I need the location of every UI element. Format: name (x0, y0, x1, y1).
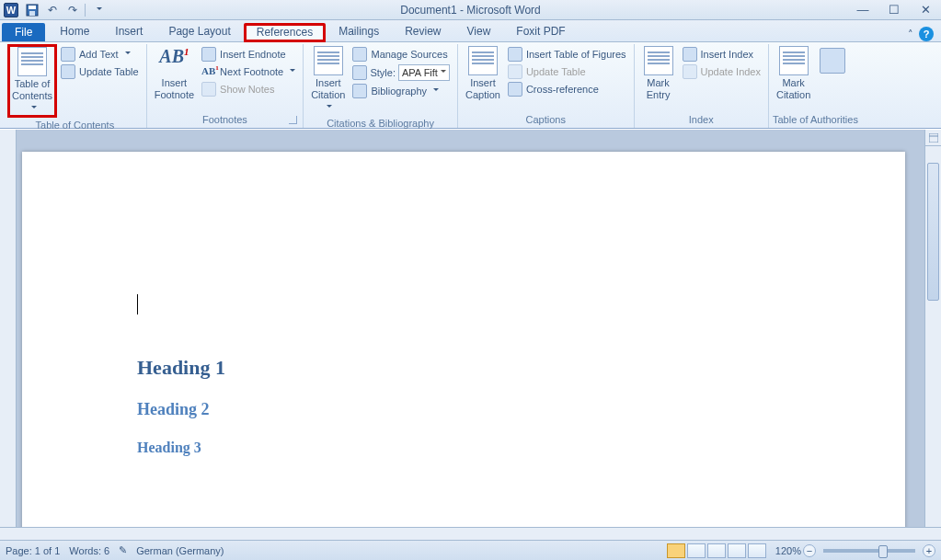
maximize-button[interactable]: ☐ (878, 1, 910, 19)
table-of-contents-button[interactable]: Table of Contents (7, 44, 57, 118)
tab-page-layout[interactable]: Page Layout (155, 22, 243, 41)
zoom-slider[interactable] (823, 549, 915, 553)
title-bar: W ↶ ↷ Document1 - Microsoft Word — ☐ ✕ (0, 0, 941, 20)
group-table-of-authorities: Mark Citation Table of Authorities (769, 44, 862, 128)
svg-rect-2 (29, 11, 35, 16)
insert-index-button[interactable]: Insert Index (679, 46, 764, 63)
heading-1[interactable]: Heading 1 (137, 356, 225, 380)
next-footnote-label: Next Footnote (220, 66, 283, 77)
captions-update-table-button: Update Table (504, 63, 630, 80)
tab-file[interactable]: File (2, 23, 45, 41)
ribbon: Table of Contents Add Text Update Table … (0, 42, 941, 129)
group-label-citations: Citations & Bibliography (307, 116, 453, 131)
ruler-toggle-button[interactable] (924, 130, 941, 146)
manage-sources-icon (352, 47, 367, 62)
tab-insert[interactable]: Insert (102, 22, 155, 41)
bibliography-label: Bibliography (371, 86, 427, 97)
zoom-level[interactable]: 120% (775, 545, 801, 556)
view-outline-button[interactable] (728, 543, 746, 558)
document-page[interactable]: Heading 1 Heading 2 Heading 3 (22, 152, 905, 527)
heading-2[interactable]: Heading 2 (137, 400, 210, 419)
add-text-button[interactable]: Add Text (57, 46, 143, 63)
update-index-icon (683, 64, 697, 79)
group-label-captions: Captions (462, 112, 630, 128)
group-label-footnotes[interactable]: Footnotes (151, 112, 300, 128)
status-page[interactable]: Page: 1 of 1 (6, 545, 60, 556)
undo-button[interactable]: ↶ (44, 2, 61, 18)
table-of-contents-label: Table of Contents (12, 78, 52, 102)
zoom-out-button[interactable]: − (803, 544, 816, 557)
insert-footnote-icon: AB1 (159, 46, 189, 75)
word-app-icon: W (4, 3, 18, 17)
window-controls: — ☐ ✕ (847, 1, 941, 19)
qat-separator (85, 4, 86, 17)
group-captions: Insert Caption Insert Table of Figures U… (458, 44, 635, 128)
insert-index-label: Insert Index (701, 49, 753, 60)
scroll-thumb[interactable] (927, 163, 939, 301)
view-web-layout-button[interactable] (707, 543, 726, 558)
insert-tof-icon (508, 47, 522, 62)
chevron-down-icon (29, 102, 37, 114)
mark-citation-button[interactable]: Mark Citation (773, 44, 814, 103)
captions-update-label: Update Table (526, 66, 586, 77)
tab-references[interactable]: References (244, 23, 326, 42)
cross-reference-button[interactable]: Cross-reference (504, 81, 630, 97)
tab-foxit-pdf[interactable]: Foxit PDF (503, 22, 578, 41)
insert-footnote-label: Insert Footnote (155, 77, 194, 101)
redo-button[interactable]: ↷ (64, 2, 81, 18)
insert-citation-button[interactable]: Insert Citation (307, 44, 349, 116)
insert-caption-icon (468, 46, 498, 75)
group-index: Mark Entry Insert Index Update Index Ind… (635, 44, 769, 128)
next-footnote-button[interactable]: AB1 Next Footnote (198, 63, 299, 80)
group-citations: Insert Citation Manage Sources Style: AP… (304, 44, 458, 128)
group-table-of-contents: Table of Contents Add Text Update Table … (4, 44, 147, 128)
view-print-layout-button[interactable] (667, 543, 685, 558)
manage-sources-label: Manage Sources (371, 49, 447, 60)
show-notes-icon (201, 82, 216, 97)
close-button[interactable]: ✕ (910, 1, 941, 19)
vertical-scrollbar[interactable] (924, 146, 941, 527)
citation-style-select[interactable]: APA Fift (398, 64, 450, 81)
status-words[interactable]: Words: 6 (69, 545, 109, 556)
view-full-screen-button[interactable] (687, 543, 706, 558)
mark-entry-icon (644, 46, 673, 75)
mark-entry-button[interactable]: Mark Entry (638, 44, 679, 103)
zoom-in-button[interactable]: + (923, 544, 935, 557)
chevron-down-icon (324, 101, 332, 113)
insert-endnote-button[interactable]: Insert Endnote (198, 46, 299, 63)
citation-style-row: Style: APA Fift (349, 63, 453, 82)
cross-reference-label: Cross-reference (526, 84, 599, 95)
tab-review[interactable]: Review (392, 22, 453, 41)
tab-view[interactable]: View (454, 22, 504, 41)
show-notes-button: Show Notes (198, 81, 299, 97)
document-viewport[interactable]: Heading 1 Heading 2 Heading 3 (17, 130, 924, 527)
toa-insert-icon[interactable] (820, 48, 845, 74)
manage-sources-button[interactable]: Manage Sources (349, 46, 453, 63)
tab-mailings[interactable]: Mailings (326, 22, 392, 41)
add-text-label: Add Text (79, 49, 119, 60)
vertical-ruler (0, 130, 17, 527)
insert-index-icon (683, 47, 697, 62)
status-language[interactable]: German (Germany) (136, 545, 224, 556)
heading-3[interactable]: Heading 3 (137, 440, 201, 456)
insert-table-of-figures-button[interactable]: Insert Table of Figures (504, 46, 630, 63)
insert-citation-label: Insert Citation (311, 77, 345, 101)
minimize-ribbon-button[interactable]: ˄ (908, 29, 913, 40)
bibliography-button[interactable]: Bibliography (349, 83, 453, 99)
qat-customize-button[interactable] (89, 2, 106, 18)
quick-access-toolbar: ↶ ↷ (24, 2, 106, 18)
insert-footnote-button[interactable]: AB1 Insert Footnote (151, 44, 198, 103)
window-title: Document1 - Microsoft Word (0, 4, 941, 17)
view-draft-button[interactable] (748, 543, 766, 558)
save-button[interactable] (24, 2, 40, 18)
horizontal-scrollbar[interactable] (0, 527, 941, 540)
update-index-label: Update Index (701, 66, 761, 77)
help-button[interactable]: ? (919, 27, 934, 41)
proofing-icon[interactable]: ✎ (119, 544, 127, 556)
save-icon (26, 4, 39, 17)
minimize-button[interactable]: — (847, 1, 878, 19)
insert-caption-button[interactable]: Insert Caption (462, 44, 504, 103)
tab-home[interactable]: Home (47, 22, 102, 41)
style-icon (352, 65, 367, 80)
update-table-button[interactable]: Update Table (57, 63, 143, 80)
